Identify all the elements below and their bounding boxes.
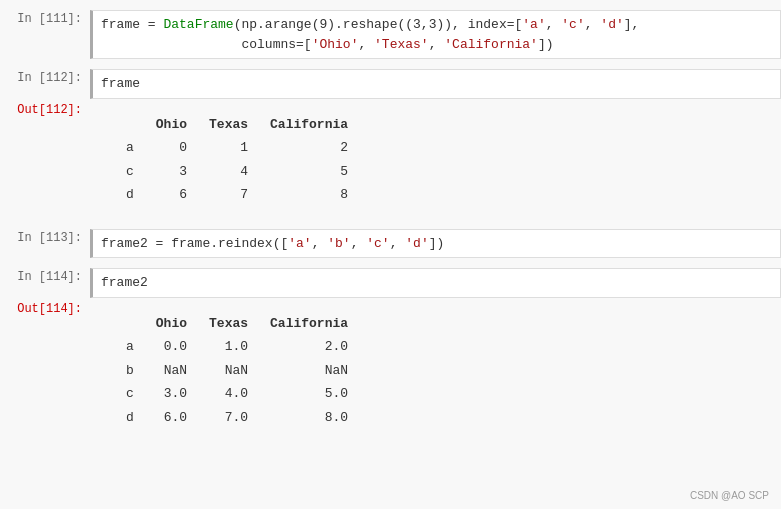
table-header-california: California xyxy=(262,312,362,336)
cell-value: 5 xyxy=(262,160,362,184)
cell-112-out-content: Ohio Texas California a 0 1 2 c 3 xyxy=(90,101,781,219)
table-header-texas: Texas xyxy=(201,113,262,137)
cell-113-label: In [113]: xyxy=(0,229,90,245)
cell-value: NaN xyxy=(262,359,362,383)
row-index: a xyxy=(118,335,148,359)
code-line: frame = DataFrame(np.arange(9).reshape((… xyxy=(101,15,772,35)
row-index: a xyxy=(118,136,148,160)
table-header-empty xyxy=(118,113,148,137)
cell-value: 5.0 xyxy=(262,382,362,406)
cell-112-in: In [112]: frame xyxy=(0,69,781,99)
cell-111-label: In [111]: xyxy=(0,10,90,26)
cell-114-in: In [114]: frame2 xyxy=(0,268,781,298)
row-index: d xyxy=(118,183,148,207)
cell-value: NaN xyxy=(148,359,201,383)
row-index: b xyxy=(118,359,148,383)
table-header-ohio: Ohio xyxy=(148,312,201,336)
cell-value: 8.0 xyxy=(262,406,362,430)
cell-value: 3 xyxy=(148,160,201,184)
cell-114-out-content: Ohio Texas California a 0.0 1.0 2.0 b Na… xyxy=(90,300,781,442)
table-row: d 6.0 7.0 8.0 xyxy=(118,406,362,430)
cell-114-out: Out[114]: Ohio Texas California a 0.0 1.… xyxy=(0,300,781,442)
cell-value: 7.0 xyxy=(201,406,262,430)
cell-value: 4.0 xyxy=(201,382,262,406)
table-header-ohio: Ohio xyxy=(148,113,201,137)
table-header-empty xyxy=(118,312,148,336)
cell-111: In [111]: frame = DataFrame(np.arange(9)… xyxy=(0,10,781,59)
cell-value: 7 xyxy=(201,183,262,207)
cell-value: 2 xyxy=(262,136,362,160)
table-row: d 6 7 8 xyxy=(118,183,362,207)
cell-113: In [113]: frame2 = frame.reindex(['a', '… xyxy=(0,229,781,259)
table-header-texas: Texas xyxy=(201,312,262,336)
code-line: frame2 xyxy=(101,273,772,293)
dataframe-table-1: Ohio Texas California a 0 1 2 c 3 xyxy=(118,113,362,207)
cell-value: 2.0 xyxy=(262,335,362,359)
cell-value: 3.0 xyxy=(148,382,201,406)
row-index: c xyxy=(118,160,148,184)
cell-112-in-label: In [112]: xyxy=(0,69,90,85)
table-row: c 3.0 4.0 5.0 xyxy=(118,382,362,406)
cell-value: 6.0 xyxy=(148,406,201,430)
table-row: a 0.0 1.0 2.0 xyxy=(118,335,362,359)
cell-value: 1.0 xyxy=(201,335,262,359)
cell-112-in-content[interactable]: frame xyxy=(90,69,781,99)
cell-114-in-label: In [114]: xyxy=(0,268,90,284)
code-line: frame xyxy=(101,74,772,94)
table-row: b NaN NaN NaN xyxy=(118,359,362,383)
table-header-california: California xyxy=(262,113,362,137)
cell-value: 6 xyxy=(148,183,201,207)
cell-113-content[interactable]: frame2 = frame.reindex(['a', 'b', 'c', '… xyxy=(90,229,781,259)
cell-111-content[interactable]: frame = DataFrame(np.arange(9).reshape((… xyxy=(90,10,781,59)
row-index: d xyxy=(118,406,148,430)
cell-112-out-label: Out[112]: xyxy=(0,101,90,117)
table-row: a 0 1 2 xyxy=(118,136,362,160)
cell-value: 1 xyxy=(201,136,262,160)
cell-value: 0.0 xyxy=(148,335,201,359)
code-line: columns=['Ohio', 'Texas', 'California']) xyxy=(101,35,772,55)
cell-112-out: Out[112]: Ohio Texas California a 0 1 xyxy=(0,101,781,219)
cell-114-in-content[interactable]: frame2 xyxy=(90,268,781,298)
notebook: In [111]: frame = DataFrame(np.arange(9)… xyxy=(0,0,781,453)
dataframe-table-2: Ohio Texas California a 0.0 1.0 2.0 b Na… xyxy=(118,312,362,430)
cell-value: 4 xyxy=(201,160,262,184)
cell-value: 8 xyxy=(262,183,362,207)
cell-value: 0 xyxy=(148,136,201,160)
row-index: c xyxy=(118,382,148,406)
cell-value: NaN xyxy=(201,359,262,383)
table-row: c 3 4 5 xyxy=(118,160,362,184)
watermark: CSDN @AO SCP xyxy=(690,490,769,501)
cell-114-out-label: Out[114]: xyxy=(0,300,90,316)
code-line: frame2 = frame.reindex(['a', 'b', 'c', '… xyxy=(101,234,772,254)
